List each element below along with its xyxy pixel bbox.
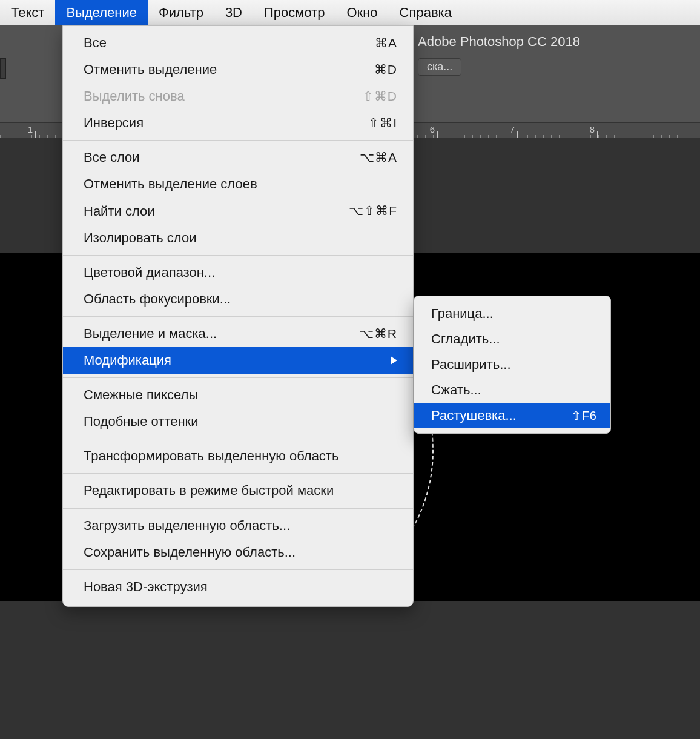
menu-row[interactable]: Загрузить выделенную область... xyxy=(63,512,413,539)
menu-row-shortcut: ⌘D xyxy=(374,60,397,80)
menu-row-shortcut: ⌥⌘A xyxy=(360,148,397,168)
menu-row-label: Изолировать слои xyxy=(84,228,397,248)
menu-row-label: Цветовой диапазон... xyxy=(84,262,397,283)
menu-row-label: Загрузить выделенную область... xyxy=(84,515,397,536)
ruler-label: 1 xyxy=(28,124,33,134)
menu-row[interactable]: Найти слои⌥⇧⌘F xyxy=(63,198,413,225)
submenu-row-label: Граница... xyxy=(431,303,494,324)
menu-row-label: Редактировать в режиме быстрой маски xyxy=(84,480,397,501)
menu-row[interactable]: Отменить выделение⌘D xyxy=(63,56,413,83)
menu-item-просмотр[interactable]: Просмотр xyxy=(253,0,335,25)
menu-row[interactable]: Редактировать в режиме быстрой маски xyxy=(63,477,413,504)
menu-row-label: Новая 3D-экструзия xyxy=(84,577,397,597)
submenu-row[interactable]: Расширить... xyxy=(414,352,610,377)
menu-item-справка[interactable]: Справка xyxy=(389,0,463,25)
menubar: ТекстВыделениеФильтр3DПросмотрОкноСправк… xyxy=(0,0,700,25)
menu-row[interactable]: Модификация xyxy=(63,347,413,374)
submenu-row-label: Расширить... xyxy=(431,354,511,375)
submenu-row[interactable]: Растушевка...⇧F6 xyxy=(414,403,610,428)
menu-row-label: Инверсия xyxy=(84,113,368,133)
menu-row[interactable]: Трансформировать выделенную область xyxy=(63,443,413,469)
menu-row-label: Трансформировать выделенную область xyxy=(84,446,397,466)
submenu-row-label: Сгладить... xyxy=(431,329,500,350)
submenu-row[interactable]: Граница... xyxy=(414,301,610,326)
menu-row[interactable]: Цветовой диапазон... xyxy=(63,259,413,286)
menu-item-выделение[interactable]: Выделение xyxy=(55,0,148,25)
ruler-label: 8 xyxy=(590,124,595,134)
submenu-row-label: Сжать... xyxy=(431,380,481,400)
menu-row-shortcut: ⇧⌘D xyxy=(363,87,397,107)
menu-row[interactable]: Инверсия⇧⌘I xyxy=(63,110,413,136)
menu-item-окно[interactable]: Окно xyxy=(335,0,388,25)
ruler-label: 7 xyxy=(510,124,515,134)
menu-item-текст[interactable]: Текст xyxy=(0,0,55,25)
menu-row-label: Все слои xyxy=(84,147,360,168)
menu-row[interactable]: Область фокусировки... xyxy=(63,286,413,313)
menu-row[interactable]: Изолировать слои xyxy=(63,225,413,251)
menu-row[interactable]: Отменить выделение слоев xyxy=(63,171,413,197)
menu-item-фильтр[interactable]: Фильтр xyxy=(148,0,214,25)
menu-row-shortcut: ⌘A xyxy=(375,33,397,53)
submenu-arrow-icon xyxy=(391,350,397,371)
menu-row-label: Выделить снова xyxy=(84,86,363,107)
menu-row-label: Модификация xyxy=(84,350,383,371)
submenu-row-label: Растушевка... xyxy=(431,405,517,426)
selection-menu-dropdown: Все⌘AОтменить выделение⌘DВыделить снова⇧… xyxy=(62,25,414,607)
menu-row-shortcut: ⇧⌘I xyxy=(368,113,397,133)
ruler-label: 6 xyxy=(430,124,435,134)
tab-edge-fragment xyxy=(0,58,6,79)
menu-row-label: Смежные пикселы xyxy=(84,385,397,405)
menu-row[interactable]: Подобные оттенки xyxy=(63,408,413,435)
menu-row[interactable]: Все слои⌥⌘A xyxy=(63,144,413,171)
mask-button-fragment[interactable]: ска... xyxy=(418,58,461,76)
modification-submenu: Граница...Сгладить...Расширить...Сжать..… xyxy=(414,296,611,434)
menu-row-label: Отменить выделение xyxy=(84,59,374,80)
menu-row-shortcut: ⌥⌘R xyxy=(359,324,397,344)
menu-row-label: Отменить выделение слоев xyxy=(84,174,397,194)
menu-row[interactable]: Новая 3D-экструзия xyxy=(63,574,413,600)
menu-row[interactable]: Сохранить выделенную область... xyxy=(63,539,413,566)
menu-item-3d[interactable]: 3D xyxy=(214,0,253,25)
app-title: Adobe Photoshop CC 2018 xyxy=(418,34,580,50)
menu-row-label: Найти слои xyxy=(84,201,349,222)
menu-row-shortcut: ⌥⇧⌘F xyxy=(349,201,397,221)
submenu-row-shortcut: ⇧F6 xyxy=(571,406,597,425)
submenu-row[interactable]: Сгладить... xyxy=(414,326,610,352)
menu-row-label: Сохранить выделенную область... xyxy=(84,542,397,563)
menu-row-label: Область фокусировки... xyxy=(84,289,397,310)
menu-row[interactable]: Смежные пикселы xyxy=(63,382,413,408)
menu-row-label: Все xyxy=(84,33,375,53)
menu-row[interactable]: Все⌘A xyxy=(63,30,413,56)
menu-row-label: Подобные оттенки xyxy=(84,411,397,432)
submenu-row[interactable]: Сжать... xyxy=(414,377,610,403)
menu-row[interactable]: Выделение и маска...⌥⌘R xyxy=(63,320,413,347)
menu-row: Выделить снова⇧⌘D xyxy=(63,83,413,110)
menu-row-label: Выделение и маска... xyxy=(84,323,359,344)
